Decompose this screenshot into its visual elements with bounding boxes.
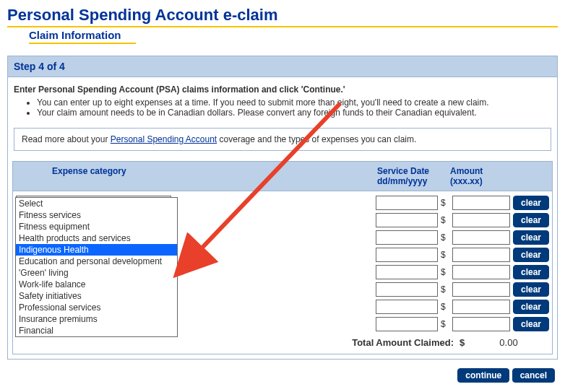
category-option[interactable]: Safety initiatives (16, 290, 177, 302)
clear-button[interactable]: clear (513, 317, 549, 331)
claim-panel: Step 4 of 4 Enter Personal Spending Acco… (7, 56, 558, 360)
amount-input[interactable] (452, 265, 510, 279)
clear-button[interactable]: clear (513, 282, 549, 297)
service-date-input[interactable] (376, 248, 438, 262)
grid-header-row: Expense category Service Date dd/mm/yyyy… (12, 161, 553, 191)
amount-input[interactable] (452, 300, 510, 314)
category-option[interactable]: Indigenous Health (16, 244, 177, 256)
instructions-title: Enter Personal Spending Account (PSA) cl… (14, 84, 551, 95)
header-category: Expense category (16, 166, 377, 186)
category-option[interactable]: Select (16, 198, 177, 209)
clear-button[interactable]: clear (513, 265, 549, 279)
total-value: 0.00 (474, 337, 543, 348)
amount-input[interactable] (452, 213, 510, 227)
service-date-input[interactable] (376, 230, 438, 245)
currency-symbol: $ (441, 198, 449, 208)
psa-link[interactable]: Personal Spending Account (111, 134, 217, 144)
currency-symbol: $ (441, 284, 449, 295)
category-option[interactable]: Education and personal development (16, 256, 177, 267)
service-date-input[interactable] (376, 265, 438, 279)
amount-input[interactable] (452, 248, 510, 262)
clear-button[interactable]: clear (513, 300, 549, 314)
continue-button[interactable]: continue (457, 368, 509, 383)
expense-grid: Expense category Service Date dd/mm/yyyy… (8, 161, 557, 359)
info-text-pre: Read more about your (22, 134, 111, 144)
cancel-button[interactable]: cancel (512, 368, 555, 383)
category-option[interactable]: Professional services (16, 302, 177, 313)
service-date-input[interactable] (376, 282, 438, 297)
category-dropdown-list[interactable]: SelectFitness servicesFitness equipmentH… (15, 197, 178, 337)
page-subtitle: Claim Information (29, 29, 136, 44)
step-indicator: Step 4 of 4 (8, 56, 557, 77)
category-option[interactable]: 'Green' living (16, 267, 177, 279)
header-date: Service Date dd/mm/yyyy (377, 166, 446, 186)
currency-symbol: $ (441, 302, 449, 312)
instruction-item: You can enter up to eight expenses at a … (37, 97, 551, 108)
total-currency: $ (460, 337, 468, 348)
info-box: Read more about your Personal Spending A… (14, 128, 551, 151)
clear-button[interactable]: clear (513, 248, 549, 262)
category-option[interactable]: Work-life balance (16, 279, 177, 290)
page-title: Personal Spending Account e-claim (7, 6, 558, 27)
amount-input[interactable] (452, 282, 510, 297)
info-text-post: coverage and the types of expenses you c… (217, 134, 416, 144)
currency-symbol: $ (441, 250, 449, 260)
header-amount: Amount (xxx.xx) (450, 166, 508, 186)
category-option[interactable]: Health products and services (16, 232, 177, 244)
currency-symbol: $ (441, 267, 449, 277)
category-option[interactable]: Insurance premiums (16, 313, 177, 325)
category-option[interactable]: Financial (16, 325, 177, 336)
amount-input[interactable] (452, 196, 510, 210)
service-date-input[interactable] (376, 196, 438, 210)
category-option[interactable]: Fitness equipment (16, 221, 177, 232)
instruction-item: Your claim amount needs to be in Canadia… (37, 108, 551, 118)
total-label: Total Amount Claimed: (352, 337, 454, 348)
currency-symbol: $ (441, 319, 449, 329)
service-date-input[interactable] (376, 213, 438, 227)
instructions-block: Enter Personal Spending Account (PSA) cl… (8, 77, 557, 126)
currency-symbol: $ (441, 215, 449, 225)
form-actions: continue cancel (7, 360, 558, 386)
clear-button[interactable]: clear (513, 230, 549, 245)
amount-input[interactable] (452, 317, 510, 331)
service-date-input[interactable] (376, 300, 438, 314)
clear-button[interactable]: clear (513, 213, 549, 227)
currency-symbol: $ (441, 232, 449, 243)
clear-button[interactable]: clear (513, 196, 549, 210)
category-option[interactable]: Fitness services (16, 209, 177, 221)
service-date-input[interactable] (376, 317, 438, 331)
amount-input[interactable] (452, 230, 510, 245)
